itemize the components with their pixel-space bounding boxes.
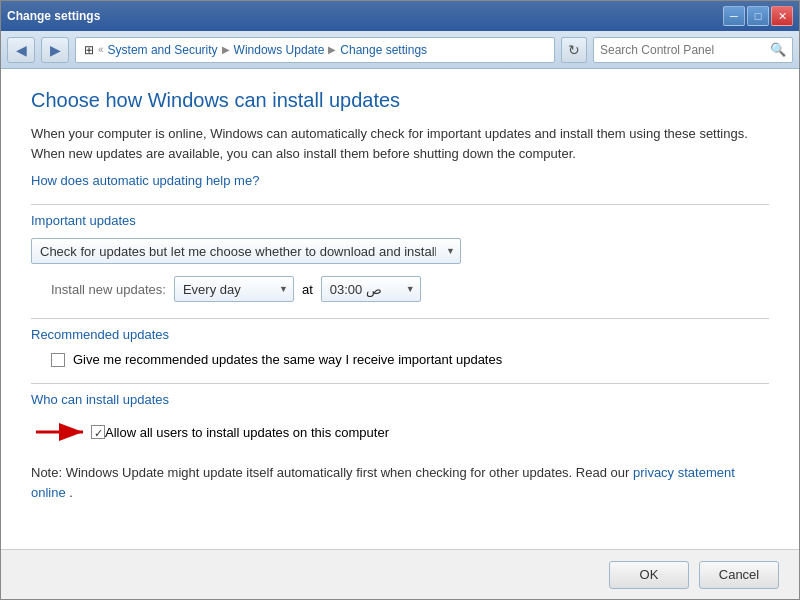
recommended-updates-checkbox[interactable] [51, 353, 65, 367]
update-type-dropdown[interactable]: Check for updates but let me choose whet… [31, 238, 461, 264]
who-can-install-label: Allow all users to install updates on th… [105, 425, 389, 440]
recommended-updates-title: Recommended updates [31, 327, 769, 342]
schedule-row: Install new updates: Every day at 03:00 … [51, 276, 769, 302]
who-can-install-section: Who can install updates Allow all users … [31, 383, 769, 447]
red-arrow-icon [31, 417, 91, 447]
time-dropdown[interactable]: 03:00 ص [321, 276, 421, 302]
maximize-button[interactable]: □ [747, 6, 769, 26]
window-title: Change settings [7, 9, 100, 23]
refresh-button[interactable]: ↻ [561, 37, 587, 63]
search-input[interactable] [600, 43, 766, 57]
help-link[interactable]: How does automatic updating help me? [31, 173, 259, 188]
page-title: Choose how Windows can install updates [31, 89, 769, 112]
address-path[interactable]: ⊞ « System and Security ▶ Windows Update… [75, 37, 555, 63]
back-button[interactable]: ◀ [7, 37, 35, 63]
minimize-button[interactable]: ─ [723, 6, 745, 26]
importance-dropdown-row: Check for updates but let me choose whet… [31, 238, 769, 264]
frequency-dropdown-wrapper: Every day [174, 276, 294, 302]
footer: OK Cancel [1, 549, 799, 599]
important-updates-title: Important updates [31, 213, 769, 228]
important-updates-section: Important updates Check for updates but … [31, 204, 769, 302]
separator2: ▶ [328, 44, 336, 55]
schedule-label: Install new updates: [51, 282, 166, 297]
path-icon: ⊞ [84, 43, 94, 57]
recommended-updates-section: Recommended updates Give me recommended … [31, 318, 769, 367]
at-label: at [302, 282, 313, 297]
frequency-dropdown[interactable]: Every day [174, 276, 294, 302]
search-box: 🔍 [593, 37, 793, 63]
update-type-dropdown-wrapper: Check for updates but let me choose whet… [31, 238, 461, 264]
note-text: Note: Windows Update might update itself… [31, 465, 629, 480]
path-part1[interactable]: System and Security [108, 43, 218, 57]
separator1: ▶ [222, 44, 230, 55]
path-part2[interactable]: Windows Update [234, 43, 325, 57]
note-end: . [69, 485, 73, 500]
forward-button[interactable]: ▶ [41, 37, 69, 63]
cancel-button[interactable]: Cancel [699, 561, 779, 589]
who-can-install-title: Who can install updates [31, 392, 769, 407]
time-dropdown-wrapper: 03:00 ص [321, 276, 421, 302]
recommended-checkbox-label: Give me recommended updates the same way… [73, 352, 502, 367]
ok-button[interactable]: OK [609, 561, 689, 589]
arrow-indicator-row: Allow all users to install updates on th… [31, 417, 769, 447]
path-part3[interactable]: Change settings [340, 43, 427, 57]
window-controls: ─ □ ✕ [723, 6, 793, 26]
main-window: Change settings ─ □ ✕ ◀ ▶ ⊞ « System and… [0, 0, 800, 600]
address-bar: ◀ ▶ ⊞ « System and Security ▶ Windows Up… [1, 31, 799, 69]
page-description: When your computer is online, Windows ca… [31, 124, 769, 163]
recommended-checkbox-row: Give me recommended updates the same way… [51, 352, 769, 367]
note-section: Note: Windows Update might update itself… [31, 463, 769, 502]
title-bar: Change settings ─ □ ✕ [1, 1, 799, 31]
close-button[interactable]: ✕ [771, 6, 793, 26]
who-can-install-checkbox[interactable] [91, 425, 105, 439]
search-icon: 🔍 [770, 42, 786, 57]
content-area: Choose how Windows can install updates W… [1, 69, 799, 549]
